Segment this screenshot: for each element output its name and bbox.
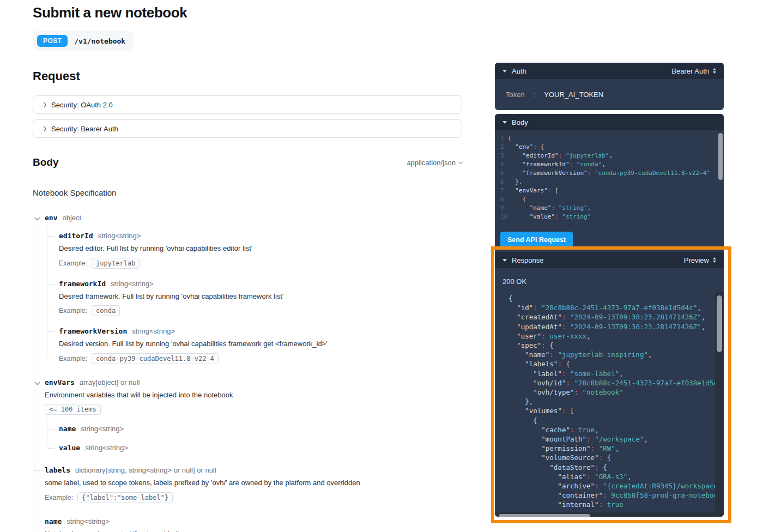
field-type: array[object] or null	[80, 378, 140, 386]
field-type: string<string>	[81, 425, 124, 433]
field-value: valuestring<string>	[59, 444, 462, 452]
token-label: Token	[506, 90, 525, 99]
vertical-scrollbar-thumb[interactable]	[718, 133, 723, 180]
code-line: 10 "value": "string"	[495, 213, 724, 221]
line-number: 1	[495, 134, 508, 143]
send-api-request-button[interactable]: Send API Request	[500, 232, 573, 248]
content-type-dropdown[interactable]: application/json	[407, 159, 462, 167]
field-description: Desired editor. Full list by running 'ov…	[59, 244, 462, 253]
field-row-editorId: editorIdstring<string>	[59, 232, 462, 240]
response-code-line: "labels": {	[500, 359, 724, 368]
endpoint-bar: POST /v1/notebook	[33, 31, 133, 51]
collapse-caret-icon	[502, 70, 507, 72]
code-line: 4 "frameworkId": "conda",	[495, 160, 724, 169]
field-name: envVars	[45, 378, 75, 386]
example-label: Example:	[45, 494, 73, 501]
field-row-name: namestring<string>	[45, 517, 462, 525]
line-content: {	[508, 195, 526, 204]
example-row: Example:conda	[59, 305, 462, 316]
response-mode-selector[interactable]: Preview	[684, 256, 716, 264]
field-row-name: namestring<string>	[59, 425, 462, 433]
field-frameworkVersion: frameworkVersionstring<string>Desired ve…	[59, 327, 462, 364]
select-arrows-icon	[713, 68, 716, 74]
response-code-line: "label": "some-label",	[500, 369, 724, 378]
field-row-labels: labelsdictionary[string, string<string> …	[45, 466, 462, 474]
example-badge: conda-py39-cudaDevel11.8-v22-4	[92, 353, 219, 364]
auth-panel-header[interactable]: Auth Bearer Auth	[495, 63, 724, 79]
body-panel-title: Body	[512, 118, 528, 126]
example-label: Example:	[59, 259, 87, 267]
body-panel-header[interactable]: Body	[495, 114, 724, 130]
field-name: namestring<string>Notebook name (generat…	[34, 517, 462, 532]
response-code-line: "archive": "{createdAt:R9345}/workspace.	[500, 481, 724, 491]
field-name: editorId	[59, 232, 93, 240]
chevron-right-icon	[41, 126, 47, 131]
body-code-editor[interactable]: 1{2 "env": {3 "editorId": "jupyterlab",4…	[495, 130, 724, 226]
chevron-down-icon[interactable]	[35, 379, 40, 385]
response-mode-value: Preview	[684, 256, 709, 264]
line-number: 8	[495, 195, 508, 204]
response-code-line: "updatedAt": "2024-09-13T09:30:23.281471…	[500, 322, 724, 331]
code-line: 8 {	[495, 195, 724, 204]
security-bearer-accordion[interactable]: Security: Bearer Auth	[33, 119, 462, 138]
field-name: frameworkId	[59, 280, 106, 288]
field-description: some label, used to scope tokens, labels…	[45, 478, 462, 488]
line-content: "editorId": "jupyterlab",	[508, 152, 613, 160]
field-row-frameworkVersion: frameworkVersionstring<string>	[59, 327, 462, 335]
response-code-line: "ovh/id": "28c8b88c-2451-4373-97a7-ef038…	[500, 378, 724, 388]
auth-scheme-value: Bearer Auth	[671, 67, 709, 75]
response-code-line: "permission": "RW",	[500, 444, 724, 453]
line-number: 6	[495, 178, 508, 186]
collapse-caret-icon	[502, 259, 507, 262]
line-number: 2	[495, 143, 508, 152]
response-panel-header[interactable]: Response Preview	[495, 252, 724, 268]
select-arrows-icon	[713, 257, 716, 263]
field-row-value: valuestring<string>	[59, 444, 462, 452]
line-content: "env": {	[508, 143, 544, 152]
field-type: string<string>	[132, 327, 175, 335]
auth-panel: Auth Bearer Auth Token : YOUR_AI_TOKEN	[495, 63, 724, 110]
field-frameworkId: frameworkIdstring<string>Desired framewo…	[59, 280, 462, 317]
response-code-line: {	[500, 416, 724, 425]
field-editorId: editorIdstring<string>Desired editor. Fu…	[59, 232, 462, 269]
field-type: string<string>	[66, 517, 110, 525]
code-line: 7 "envVars": [	[495, 186, 724, 195]
vertical-scrollbar-track[interactable]	[715, 292, 724, 517]
chevron-right-icon	[41, 102, 47, 107]
example-row: Example:conda-py39-cudaDevel11.8-v22-4	[59, 353, 462, 364]
body-heading: Body	[33, 156, 59, 168]
field-env: envobjecteditorIdstring<string>Desired e…	[34, 214, 462, 364]
chevron-down-icon[interactable]	[35, 215, 40, 221]
response-code-line: "volumes": [	[500, 406, 724, 415]
code-line: 2 "env": {	[495, 143, 724, 152]
body-panel: Body 1{2 "env": {3 "editorId": "jupyterl…	[495, 114, 724, 257]
example-label: Example:	[59, 355, 87, 362]
response-status: 200 OK	[495, 268, 724, 286]
line-content: "envVars": [	[508, 186, 559, 195]
field-type: string<string>	[98, 232, 141, 240]
body-heading-row: Body application/json	[33, 156, 462, 168]
field-children: namestring<string>valuestring<string>	[47, 425, 462, 452]
page-title: Submit a new notebook	[33, 4, 462, 21]
code-line: 3 "editorId": "jupyterlab",	[495, 152, 724, 160]
horizontal-scrollbar-thumb[interactable]	[499, 514, 590, 517]
response-code-line: "mountPath": "/workspace",	[500, 434, 724, 444]
response-code-viewer: { "id": "28c8b88c-2451-4373-97a7-ef038e1…	[495, 292, 724, 517]
field-row-frameworkId: frameworkIdstring<string>	[59, 280, 462, 288]
field-name: env	[45, 214, 57, 222]
line-number: 4	[495, 160, 508, 169]
schema-title: Notebook Specification	[33, 188, 462, 197]
endpoint-path: /v1/notebook	[74, 37, 125, 45]
accordion-label: Security: OAuth 2.0	[51, 101, 113, 109]
auth-panel-title: Auth	[512, 67, 526, 75]
token-input[interactable]: YOUR_AI_TOKEN	[544, 90, 603, 99]
token-separator: :	[534, 90, 536, 99]
horizontal-scrollbar-track[interactable]	[495, 512, 724, 517]
field-name: labels	[45, 466, 70, 474]
vertical-scrollbar-thumb[interactable]	[717, 295, 722, 352]
security-oauth-accordion[interactable]: Security: OAuth 2.0	[33, 95, 462, 114]
auth-scheme-selector[interactable]: Bearer Auth	[671, 67, 716, 75]
response-code-line: "dataStore": {	[500, 463, 724, 472]
line-number: 9	[495, 204, 508, 213]
request-heading: Request	[33, 69, 462, 83]
